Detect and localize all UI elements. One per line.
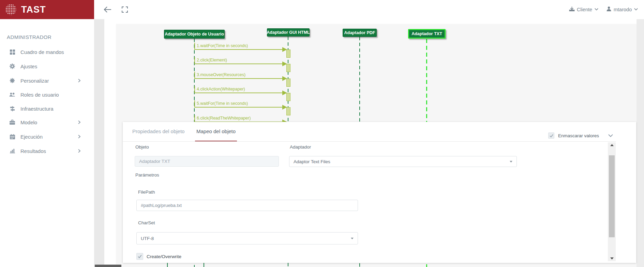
triangle-down-icon <box>610 257 614 259</box>
sidebar-item-label: Resultados <box>20 148 46 154</box>
message-label: 1.waitFor(Time in seconds) <box>197 43 248 48</box>
tab-mapeo-del-objeto[interactable]: Mapeo del objeto <box>195 122 237 142</box>
dashboard-grid-icon <box>9 49 15 55</box>
actor-adaptador-objeto-de-usuario[interactable]: Adaptador Objeto de Usuario <box>164 30 225 39</box>
tabbar-divider <box>123 141 616 142</box>
sidebar-item-ajustes[interactable]: Ajustes <box>0 59 94 73</box>
sidebar-item-label: Personalizar <box>20 78 49 84</box>
actor-adaptador-txt[interactable]: Adaptador TXT <box>408 29 446 39</box>
charset-select[interactable]: UTF-8 <box>136 232 358 244</box>
gear-icon <box>9 63 15 69</box>
filepath-input[interactable]: #pathLog/prueba.txt <box>136 200 358 211</box>
user-menu[interactable]: mtarodo <box>606 6 638 13</box>
app-logo: TAST <box>0 0 94 19</box>
message-origin-tick <box>194 57 195 64</box>
sidebar-item-label: Modelo <box>20 120 37 125</box>
objeto-input[interactable]: Adaptador TXT <box>135 156 279 167</box>
message-line <box>194 78 282 79</box>
calendar-icon <box>9 134 15 140</box>
back-arrow-icon[interactable] <box>103 5 112 15</box>
dotted-globe-logo-icon <box>5 4 16 15</box>
message-label: 4.clickAction(Whitepaper) <box>197 87 245 92</box>
sidebar-section-title: ADMINISTRADOR <box>7 34 51 40</box>
cog-flower-icon <box>9 78 15 84</box>
app-window: Cliente mtarodo Adaptador Objeto de Usua <box>0 0 644 267</box>
mask-values-label: Enmascarar valores <box>558 133 599 138</box>
tab-propiedades-del-objeto[interactable]: Propiedades del objeto <box>131 122 186 141</box>
vertical-scrollbar-thumb[interactable] <box>609 155 615 237</box>
topbar: Cliente mtarodo <box>94 0 644 19</box>
brand-name: TAST <box>21 4 46 15</box>
create-overwrite-label: Create/Overwrite <box>147 254 181 259</box>
sidebar-item-roles-de-usuario[interactable]: Roles de usuario <box>0 88 94 101</box>
user-menu-label: mtarodo <box>614 7 632 12</box>
adaptador-select[interactable]: Adaptor Text Files <box>289 156 517 167</box>
sidebar-item-resultados[interactable]: Resultados <box>0 144 94 158</box>
message-origin-tick <box>194 72 195 79</box>
map-signs-icon <box>9 106 15 112</box>
content-right-gutter <box>636 19 644 267</box>
client-menu[interactable]: Cliente <box>569 6 599 13</box>
sidebar-item-ejecucion[interactable]: Ejecución <box>0 130 94 143</box>
message-line <box>194 64 282 64</box>
object-mapping-panel: Propiedades del objeto Mapeo del objeto … <box>123 122 636 263</box>
message-label: 5.waitFor(Time in seconds) <box>197 101 248 106</box>
parametros-label: Parámetros <box>135 172 159 178</box>
chevron-right-icon <box>77 120 81 124</box>
download-tray-icon <box>569 6 575 13</box>
sidebar-item-label: Roles de usuario <box>20 92 59 98</box>
message-origin-tick <box>194 86 195 93</box>
charset-select-value: UTF-8 <box>141 236 154 241</box>
sidebar-item-modelo[interactable]: Modelo <box>0 115 94 129</box>
user-icon <box>606 6 612 13</box>
triangle-up-icon <box>610 144 614 146</box>
collapse-chevron-down-icon[interactable] <box>607 132 614 139</box>
message-line <box>194 107 282 108</box>
message-origin-tick <box>194 43 195 50</box>
content-left-gutter <box>94 19 104 267</box>
sidebar-item-cuadro-de-mandos[interactable]: Cuadro de mandos <box>0 45 94 59</box>
sidebar-item-personalizar[interactable]: Personalizar <box>0 74 94 87</box>
charset-label: CharSet <box>138 220 155 225</box>
scroll-down-button[interactable] <box>608 256 616 261</box>
bar-chart-icon <box>9 148 15 154</box>
message-line <box>194 49 282 50</box>
message-label: 6.click(ReadTheWhitepaper) <box>197 116 251 121</box>
vertical-scrollbar[interactable] <box>608 142 616 261</box>
users-icon <box>9 92 15 98</box>
chevron-down-icon <box>594 7 599 12</box>
horizontal-scrollbar-thumb[interactable] <box>95 265 121 267</box>
objeto-label: Objeto <box>135 144 149 150</box>
chevron-right-icon <box>77 149 81 153</box>
adaptador-select-value: Adaptor Text Files <box>294 159 330 164</box>
scroll-up-button[interactable] <box>608 142 616 148</box>
chevron-right-icon <box>77 135 81 139</box>
select-caret-icon <box>510 161 512 163</box>
chevron-down-icon <box>634 7 638 12</box>
sidebar: TAST ADMINISTRADOR Cuadro de mandos Ajus… <box>0 0 94 267</box>
adaptador-label: Adaptador <box>290 144 311 150</box>
create-overwrite-checkbox[interactable] <box>136 253 143 260</box>
client-menu-label: Cliente <box>577 7 592 12</box>
mask-values-checkbox[interactable] <box>548 132 554 139</box>
filepath-label: FilePath <box>138 189 155 195</box>
sidebar-item-label: Infraestructura <box>20 106 54 112</box>
message-label: 3.mouseOver(Resources) <box>197 72 245 77</box>
message-origin-tick <box>194 100 195 107</box>
sidebar-item-label: Ejecución <box>20 134 43 140</box>
sidebar-item-label: Ajustes <box>20 64 37 69</box>
sidebar-item-infraestructura[interactable]: Infraestructura <box>0 102 94 115</box>
select-caret-icon <box>351 238 354 239</box>
sidebar-item-label: Cuadro de mandos <box>20 49 64 55</box>
actor-adaptador-pdf[interactable]: Adaptador PDF <box>343 29 377 37</box>
actor-adaptador-gui-html[interactable]: Adaptador GUI HTML <box>267 28 310 37</box>
message-line <box>194 93 282 93</box>
message-origin-tick <box>194 115 195 122</box>
chevron-right-icon <box>77 79 81 83</box>
message-label: 2.click(Element) <box>197 58 227 62</box>
fullscreen-icon[interactable] <box>121 6 128 14</box>
briefcase-icon <box>9 119 15 125</box>
